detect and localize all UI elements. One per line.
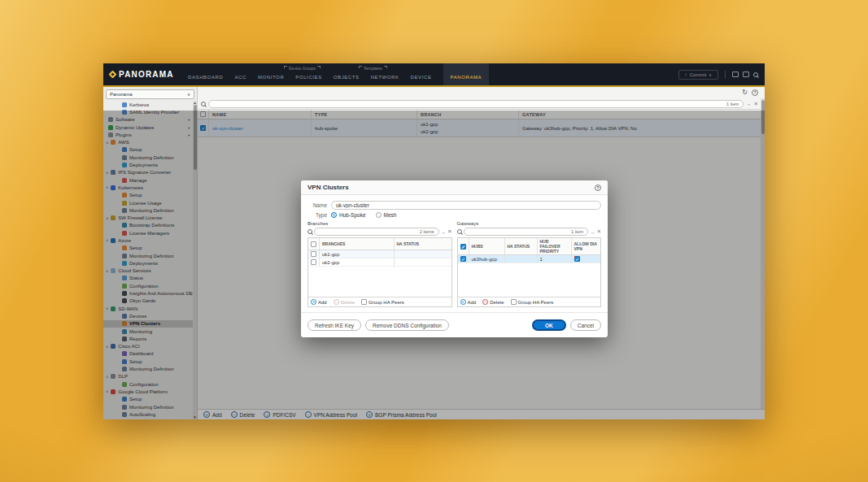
branches-group-ha-checkbox[interactable]: Group HA Peers [361,299,404,305]
tree-item[interactable]: Kerberos [103,101,197,108]
bracket-right [317,66,321,68]
minus-circle-icon: − [482,299,488,305]
name-input[interactable] [331,201,601,210]
branches-panel: Branches 2 items → ✕ BRANCHES HA S [308,221,452,307]
ha-status-column-header[interactable]: HA STATUS [395,238,451,250]
branches-label: Branches [308,221,452,226]
hubs-column-header[interactable]: HUBS [469,238,505,254]
gateways-search-input[interactable]: 1 item [464,228,589,236]
ha-status-column-header[interactable]: HA STATUS [505,238,538,254]
cancel-button[interactable]: Cancel [570,319,601,331]
branches-search-input[interactable]: 2 items [314,228,439,236]
search-icon [201,102,206,106]
refresh-ike-key-button[interactable]: Refresh IKE Key [308,319,361,331]
radio-icon [376,212,382,218]
branches-select-all-checkbox[interactable] [311,241,316,247]
branches-column-header[interactable]: BRANCHES [320,238,395,250]
nav-tab[interactable]: POLICIES [295,70,321,80]
table-search-input[interactable]: 1 item [208,100,744,108]
commit-icon: ↑ [685,72,687,77]
gateways-item-count: 1 item [571,229,587,234]
minus-circle-icon: − [334,299,339,305]
nav-tab[interactable]: ACC [234,70,246,80]
logo-text: PANORAMA [119,70,174,79]
apply-filter-icon[interactable]: → [590,229,595,235]
dialog-title: VPN Clusters [308,184,349,191]
divider [725,71,726,79]
plus-circle-icon: + [311,299,316,305]
plus-circle-icon: + [460,299,466,305]
item-count: 1 item [726,102,743,106]
nav-tab[interactable]: PANORAMA [443,63,490,85]
main-toolbar: ↻ ? [198,87,765,98]
panorama-logo: PANORAMA [110,63,174,85]
branch-row[interactable]: uk1-gcp [308,250,451,258]
device-groups-bracket: Device Groups [284,66,321,71]
branches-table: BRANCHES HA STATUS uk1-gcp [308,237,452,307]
gateways-select-all-checkbox[interactable] [460,244,466,250]
gateway-row[interactable]: uk3hub-gcp 1 [458,255,601,263]
nav-right-actions: ↑ Commit ∨ [678,63,758,85]
nav-tab[interactable]: NETWORK [371,70,399,80]
search-icon [457,229,462,234]
remove-ddns-button[interactable]: Remove DDNS Configuration [365,319,449,331]
type-radio-group: Hub-Spoke Mesh [331,212,396,218]
refresh-icon[interactable]: ↻ [742,89,748,96]
bracket-right [384,66,387,68]
allow-dia-vpn-checkbox[interactable] [574,256,580,262]
gateways-delete-button[interactable]: − Delete [482,299,504,305]
ok-button[interactable]: OK [532,319,566,331]
type-radio-option[interactable]: Mesh [376,212,397,218]
table-empty-area [308,267,451,297]
priority-cell: 1 [538,255,572,263]
branches-add-button[interactable]: + Add [311,299,327,305]
gateway-row-checkbox[interactable] [460,256,466,262]
panorama-logo-icon [109,71,117,79]
templates-bracket: Templates [359,66,387,71]
gateways-add-button[interactable]: + Add [460,299,477,305]
nav-tab[interactable]: DASHBOARD [188,70,223,80]
help-icon[interactable]: ? [752,89,758,96]
gateways-label: Gateways [457,221,602,226]
dialog-titlebar: VPN Clusters ? [301,180,608,195]
apply-filter-icon[interactable]: → [746,101,752,106]
hub-name-cell: uk3hub-gcp [469,255,505,263]
scroll-up-icon[interactable]: ▴ [193,101,197,105]
chevron-down-icon: ∨ [187,92,190,97]
task-manager-icon[interactable] [743,72,749,77]
search-icon [308,229,312,234]
nav-tab[interactable]: DEVICE [411,70,432,80]
context-selector[interactable]: Panorama ∨ [106,89,194,99]
desktop-wallpaper: PANORAMA DASHBOARD ACC MONITOR POLICIES … [0,0,868,482]
clear-filter-icon[interactable]: ✕ [597,228,601,235]
branches-delete-button[interactable]: − Delete [334,299,355,305]
chevron-down-icon: ∨ [709,72,712,77]
branch-row-checkbox[interactable] [311,251,316,257]
branch-row-checkbox[interactable] [311,259,316,265]
config-lock-icon[interactable] [732,72,739,77]
global-search-icon[interactable] [753,72,758,77]
table-empty-area [458,263,601,297]
nav-tabs: DASHBOARD ACC MONITOR POLICIES OBJECTS N… [188,63,489,85]
gateways-group-ha-checkbox[interactable]: Group HA Peers [511,299,554,305]
vpn-clusters-dialog: VPN Clusters ? Name Type Hub-Spoke Me [301,180,608,337]
bracket-left [359,66,362,68]
top-navbar: PANORAMA DASHBOARD ACC MONITOR POLICIES … [103,63,765,85]
gateways-table: HUBS HA STATUS HUB FAILOVER PRIORITY ALL… [457,237,602,307]
clear-filter-icon[interactable]: ✕ [447,228,451,235]
nav-tab[interactable]: MONITOR [258,70,284,80]
dialog-help-icon[interactable]: ? [595,185,601,191]
allow-dia-vpn-column-header[interactable]: ALLOW DIA VPN [572,238,601,254]
hub-failover-priority-column-header[interactable]: HUB FAILOVER PRIORITY [538,238,572,254]
apply-filter-icon[interactable]: → [441,229,447,235]
nav-tab[interactable]: OBJECTS [334,70,360,80]
type-label: Type [308,212,327,218]
type-radio-option[interactable]: Hub-Spoke [331,212,366,218]
commit-button[interactable]: ↑ Commit ∨ [678,70,718,80]
checkbox-icon [511,299,517,305]
clear-filter-icon[interactable]: ✕ [754,101,758,107]
branch-row[interactable]: uk2-gcp [308,258,451,267]
bracket-left [284,66,287,68]
radio-icon [331,212,337,218]
gateways-panel: Gateways 1 item → ✕ HUBS HA STATUS [457,221,602,307]
